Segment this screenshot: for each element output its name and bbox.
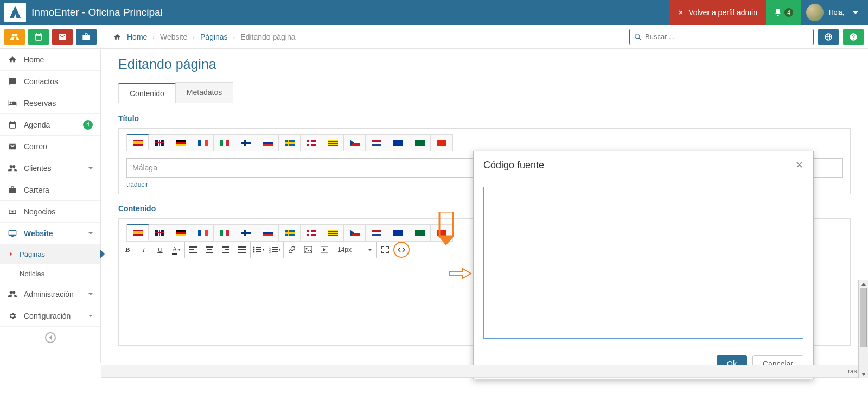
flag-tab-se[interactable] (279, 225, 301, 241)
flag-tab-de[interactable] (170, 135, 192, 151)
tab-content[interactable]: Contenido (118, 83, 176, 103)
modal-ok-button[interactable]: Ok (717, 355, 747, 363)
scroll-thumb[interactable] (860, 288, 867, 347)
source-code-textarea[interactable] (483, 187, 803, 339)
media-button[interactable] (316, 242, 333, 258)
italic-button[interactable]: I (136, 242, 152, 258)
flag-tab-eu[interactable] (387, 225, 409, 241)
flag-tab-ru[interactable] (257, 225, 279, 241)
flag-tab-eu[interactable] (387, 135, 409, 151)
flag-icon-it (220, 230, 229, 236)
modal-header: Código fuente ✕ (474, 151, 813, 179)
vertical-scrollbar[interactable] (858, 280, 868, 363)
back-to-admin-button[interactable]: Volver a perfil admin (669, 0, 766, 25)
sidebar-item-reservations[interactable]: Reservas (0, 92, 100, 114)
search-box[interactable] (629, 29, 814, 45)
chevron-down-icon (88, 167, 93, 169)
flag-tab-dk[interactable] (301, 225, 322, 241)
align-left-button[interactable] (185, 242, 201, 258)
font-size-select[interactable]: 14px (333, 242, 376, 258)
flag-icon-nl (372, 140, 381, 146)
numbered-list-button[interactable]: 123▾ (267, 242, 283, 258)
flag-tab-se[interactable] (279, 135, 301, 151)
monitor-icon (8, 229, 17, 238)
sidebar-item-business[interactable]: Negocios (0, 201, 100, 223)
flag-icon-ct (328, 230, 338, 236)
image-button[interactable] (300, 242, 316, 258)
flag-tab-cz[interactable] (344, 225, 366, 241)
align-center-button[interactable] (201, 242, 218, 258)
translate-link[interactable]: traducir (126, 181, 148, 188)
flag-tab-ru[interactable] (257, 135, 279, 151)
modal-cancel-button[interactable]: Cancelar (752, 355, 803, 363)
sidebar-item-admin[interactable]: Administración (0, 283, 100, 305)
search-input[interactable] (645, 33, 809, 41)
sidebar-item-contacts[interactable]: Contactos (0, 71, 100, 92)
quick-calendar-button[interactable] (28, 29, 49, 45)
bullet-list-button[interactable]: ▾ (251, 242, 267, 258)
help-button[interactable] (843, 29, 864, 45)
globe-button[interactable] (818, 29, 839, 45)
quick-mail-button[interactable] (52, 29, 73, 45)
fullscreen-button[interactable] (377, 242, 393, 258)
notifications-button[interactable]: 4 (766, 0, 801, 25)
flag-tab-dk[interactable] (301, 135, 322, 151)
flag-tab-de[interactable] (170, 225, 192, 241)
flag-tab-cz[interactable] (344, 135, 366, 151)
flag-tab-fi[interactable] (235, 135, 257, 151)
users-icon (8, 290, 17, 299)
source-code-button[interactable] (393, 242, 410, 258)
bold-button[interactable]: B (119, 242, 136, 258)
flag-tab-gb[interactable] (149, 135, 170, 151)
sidebar-sub-pages[interactable]: Páginas (0, 244, 100, 264)
sidebar-item-mail[interactable]: Correo (0, 136, 100, 157)
flag-tab-nl[interactable] (366, 135, 387, 151)
quick-users-button[interactable] (4, 29, 25, 45)
link-button[interactable] (284, 242, 300, 258)
underline-button[interactable]: U (152, 242, 168, 258)
align-right-button[interactable] (218, 242, 234, 258)
quick-briefcase-button[interactable] (76, 29, 97, 45)
flag-tab-it[interactable] (214, 225, 235, 241)
sidebar-collapse[interactable] (0, 327, 100, 347)
flag-tab-ct[interactable] (322, 135, 344, 151)
sidebar-item-clients[interactable]: Clientes (0, 157, 100, 179)
scroll-up-arrow-icon[interactable] (859, 280, 868, 288)
flag-tab-es[interactable] (127, 224, 149, 240)
flag-tab-ct[interactable] (322, 225, 344, 241)
flag-tab-fi[interactable] (235, 225, 257, 241)
sidebar-item-website[interactable]: Website (0, 223, 100, 244)
flag-tab-fr[interactable] (192, 225, 214, 241)
tab-metadata[interactable]: Metadatos (175, 82, 233, 103)
flag-tab-es[interactable] (127, 134, 149, 150)
sidebar-item-portfolio[interactable]: Cartera (0, 179, 100, 201)
svg-point-13 (306, 248, 308, 250)
quickbar: Home › Website › Páginas › Editando pági… (0, 25, 868, 49)
flag-tab-fr[interactable] (192, 135, 214, 151)
sidebar-item-agenda[interactable]: Agenda4 (0, 114, 100, 136)
flag-tab-nl[interactable] (366, 225, 387, 241)
flag-icon-eu (393, 230, 403, 236)
flag-tab-it[interactable] (214, 135, 235, 151)
sidebar-sub-news[interactable]: Noticias (0, 264, 100, 283)
breadcrumb-pages[interactable]: Páginas (200, 33, 228, 41)
briefcase-icon (8, 186, 17, 194)
source-code-modal: Código fuente ✕ Ok Cancelar (473, 151, 814, 363)
code-icon (398, 246, 405, 253)
flag-tab-sa[interactable] (409, 135, 431, 151)
modal-close-button[interactable]: ✕ (795, 159, 803, 171)
sidebar-item-config[interactable]: Configuración (0, 305, 100, 327)
breadcrumb-home[interactable]: Home (127, 33, 147, 41)
flag-tab-sa[interactable] (409, 225, 431, 241)
align-justify-button[interactable] (234, 242, 250, 258)
flag-tab-gb[interactable] (149, 225, 170, 241)
flag-icon-ct (328, 140, 338, 146)
breadcrumb: Home › Website › Páginas › Editando pági… (113, 33, 296, 41)
user-greeting: Hola, (829, 9, 844, 16)
sidebar-item-home[interactable]: Home (0, 49, 100, 71)
text-color-button[interactable]: A▾ (168, 242, 184, 258)
back-admin-label: Volver a perfil admin (688, 8, 757, 17)
flag-tab-cn[interactable] (431, 135, 452, 151)
user-menu[interactable]: Hola, (801, 0, 868, 25)
flag-tab-cn[interactable] (431, 225, 452, 241)
